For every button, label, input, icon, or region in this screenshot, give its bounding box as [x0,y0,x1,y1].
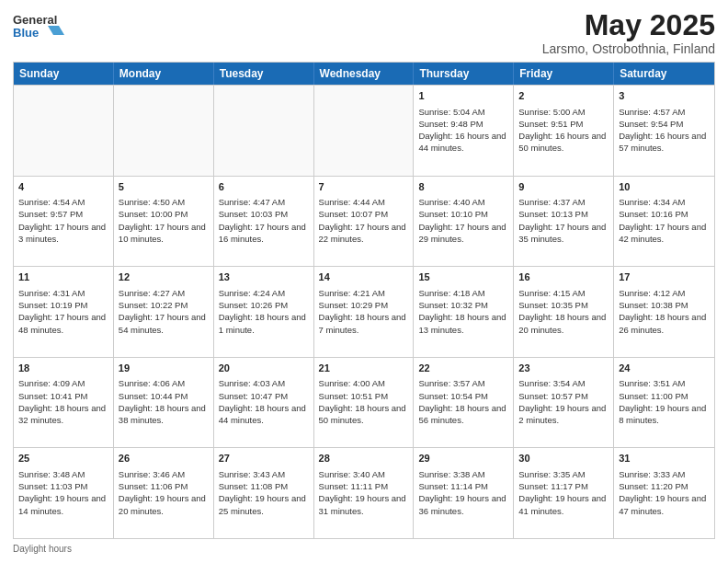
cell-info: Daylight: 18 hours and 32 minutes. [18,402,108,427]
logo: General Blue [13,9,64,42]
cell-info: Sunrise: 3:51 AM [619,377,710,389]
cell-info: Sunrise: 4:57 AM [619,106,710,118]
day-number: 28 [319,452,409,465]
cell-info: Sunrise: 4:47 AM [219,196,309,208]
header-cell-sunday: Sunday [14,63,114,85]
cal-cell: 31Sunrise: 3:33 AMSunset: 11:20 PMDaylig… [614,448,714,538]
cell-info: Daylight: 18 hours and 26 minutes. [619,311,710,336]
cal-cell: 7Sunrise: 4:44 AMSunset: 10:07 PMDayligh… [314,177,415,267]
cal-cell: 15Sunrise: 4:18 AMSunset: 10:32 PMDaylig… [414,267,514,357]
cell-info: Sunrise: 4:00 AM [319,377,409,389]
calendar-body: 1Sunrise: 5:04 AMSunset: 9:48 PMDaylight… [14,85,714,538]
cal-cell: 19Sunrise: 4:06 AMSunset: 10:44 PMDaylig… [114,358,214,448]
header-cell-friday: Friday [514,63,614,85]
cal-cell [114,86,214,176]
header-cell-monday: Monday [114,63,214,85]
day-number: 5 [119,180,209,194]
day-number: 22 [418,362,508,375]
cell-info: Sunset: 10:22 PM [119,299,209,311]
cell-info: Daylight: 19 hours and 31 minutes. [319,492,409,517]
cal-cell: 24Sunrise: 3:51 AMSunset: 11:00 PMDaylig… [614,358,714,448]
cell-info: Daylight: 17 hours and 10 minutes. [119,221,209,246]
cell-info: Daylight: 18 hours and 13 minutes. [418,311,508,336]
day-number: 4 [18,180,108,194]
cal-cell: 27Sunrise: 3:43 AMSunset: 11:08 PMDaylig… [214,448,314,538]
cell-info: Sunrise: 3:48 AM [18,468,108,480]
cell-info: Sunset: 10:32 PM [418,299,508,311]
cell-info: Sunrise: 5:00 AM [518,106,609,118]
day-number: 13 [219,270,309,284]
cell-info: Sunset: 10:38 PM [619,299,710,311]
day-number: 25 [18,452,108,465]
cell-info: Daylight: 19 hours and 36 minutes. [418,492,508,517]
cell-info: Sunset: 10:07 PM [319,208,409,220]
cal-cell [14,86,114,176]
cell-info: Sunset: 10:16 PM [619,208,710,220]
cell-info: Daylight: 19 hours and 20 minutes. [119,492,209,517]
cell-info: Sunset: 10:26 PM [219,299,309,311]
cell-info: Sunrise: 4:44 AM [319,196,409,208]
page: General Blue May 2025 Larsmo, Ostrobothn… [0,0,728,563]
day-number: 26 [119,452,209,465]
cell-info: Daylight: 18 hours and 7 minutes. [319,311,409,336]
cal-cell: 9Sunrise: 4:37 AMSunset: 10:13 PMDayligh… [514,177,614,267]
header-cell-tuesday: Tuesday [214,63,314,85]
subtitle: Larsmo, Ostrobothnia, Finland [542,41,715,56]
cal-cell: 17Sunrise: 4:12 AMSunset: 10:38 PMDaylig… [614,267,714,357]
cal-cell: 26Sunrise: 3:46 AMSunset: 11:06 PMDaylig… [114,448,214,538]
cell-info: Sunrise: 4:40 AM [418,196,508,208]
cell-info: Sunrise: 4:03 AM [219,377,309,389]
calendar-header: SundayMondayTuesdayWednesdayThursdayFrid… [14,63,714,85]
cell-info: Daylight: 19 hours and 47 minutes. [619,492,710,517]
cell-info: Sunset: 9:51 PM [518,118,609,130]
header-cell-saturday: Saturday [614,63,714,85]
daylight-label: Daylight hours [13,544,72,554]
day-number: 9 [518,180,609,194]
day-number: 24 [619,362,710,375]
cell-info: Daylight: 17 hours and 54 minutes. [119,311,209,336]
day-number: 16 [518,270,609,284]
day-number: 8 [418,180,508,194]
cell-info: Daylight: 16 hours and 50 minutes. [518,130,609,155]
cal-cell: 2Sunrise: 5:00 AMSunset: 9:51 PMDaylight… [514,86,614,176]
cell-info: Daylight: 18 hours and 44 minutes. [219,402,309,427]
day-number: 30 [518,452,609,465]
cell-info: Sunrise: 4:21 AM [319,287,409,299]
cell-info: Daylight: 18 hours and 56 minutes. [418,402,508,427]
calendar-row-1: 1Sunrise: 5:04 AMSunset: 9:48 PMDaylight… [14,85,714,176]
cell-info: Daylight: 17 hours and 29 minutes. [418,221,508,246]
day-number: 7 [319,180,409,194]
cell-info: Daylight: 19 hours and 25 minutes. [219,492,309,517]
cell-info: Daylight: 18 hours and 20 minutes. [518,311,609,336]
day-number: 23 [518,362,609,375]
cell-info: Daylight: 16 hours and 44 minutes. [418,130,508,155]
cell-info: Sunrise: 4:27 AM [119,287,209,299]
cell-info: Daylight: 17 hours and 35 minutes. [518,221,609,246]
cal-cell: 25Sunrise: 3:48 AMSunset: 11:03 PMDaylig… [14,448,114,538]
day-number: 27 [219,452,309,465]
day-number: 15 [418,270,508,284]
day-number: 21 [319,362,409,375]
logo-icon: General Blue [13,9,64,42]
cal-cell [214,86,314,176]
cell-info: Sunset: 10:19 PM [18,299,108,311]
cell-info: Sunset: 10:51 PM [319,390,409,402]
cal-cell: 21Sunrise: 4:00 AMSunset: 10:51 PMDaylig… [314,358,415,448]
cell-info: Sunset: 11:00 PM [619,390,710,402]
cell-info: Sunrise: 3:43 AM [219,468,309,480]
cell-info: Sunrise: 3:46 AM [119,468,209,480]
cell-info: Sunrise: 4:18 AM [418,287,508,299]
day-number: 31 [619,452,710,465]
day-number: 29 [418,452,508,465]
cell-info: Daylight: 17 hours and 3 minutes. [18,221,108,246]
cal-cell: 4Sunrise: 4:54 AMSunset: 9:57 PMDaylight… [14,177,114,267]
cal-cell: 30Sunrise: 3:35 AMSunset: 11:17 PMDaylig… [514,448,614,538]
cal-cell: 13Sunrise: 4:24 AMSunset: 10:26 PMDaylig… [214,267,314,357]
cell-info: Daylight: 18 hours and 38 minutes. [119,402,209,427]
day-number: 20 [219,362,309,375]
calendar: SundayMondayTuesdayWednesdayThursdayFrid… [13,62,715,539]
cell-info: Daylight: 17 hours and 16 minutes. [219,221,309,246]
svg-text:General: General [13,13,57,27]
cell-info: Sunrise: 4:50 AM [119,196,209,208]
cell-info: Sunset: 9:54 PM [619,118,710,130]
